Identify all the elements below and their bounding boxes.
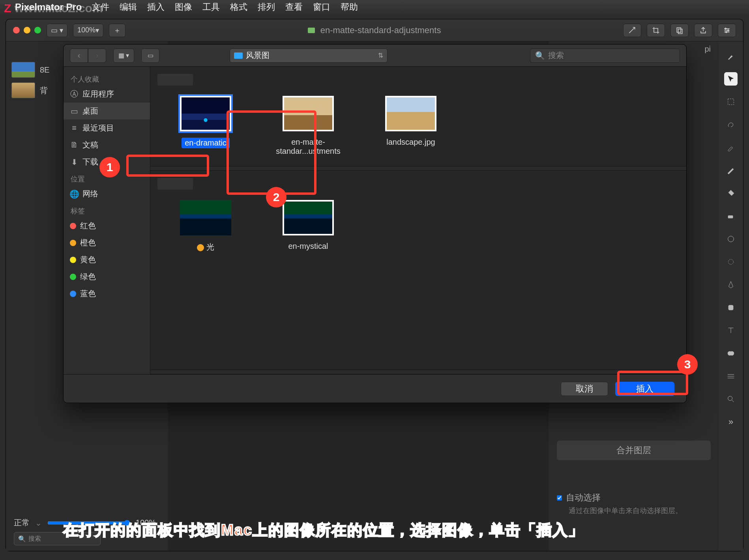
duplicate-icon[interactable] bbox=[670, 24, 689, 37]
svg-point-8 bbox=[728, 259, 734, 265]
text-tool-icon[interactable] bbox=[724, 324, 738, 337]
layer-thumb bbox=[11, 62, 35, 78]
auto-enhance-icon[interactable] bbox=[623, 24, 641, 37]
file-open-dialog: ‹ › ▦ ▾ ▭ 风景图 ⇅ 🔍 搜索 个人收藏 Ⓐ应用程序 ▭桌面 ≡最近项… bbox=[63, 44, 687, 403]
sidebar-tag-green[interactable]: 绿色 bbox=[64, 268, 150, 285]
search-placeholder: 搜索 bbox=[28, 535, 41, 543]
fullscreen-window-button[interactable] bbox=[34, 27, 41, 34]
group-button[interactable]: ▭ bbox=[141, 49, 159, 63]
svg-point-11 bbox=[730, 351, 734, 356]
sidebar-toggle-button[interactable]: ▭ ▾ bbox=[47, 24, 67, 37]
file-tile[interactable]: landscape.jpg bbox=[371, 96, 450, 156]
close-window-button[interactable] bbox=[13, 27, 20, 34]
minimize-window-button[interactable] bbox=[24, 27, 30, 34]
settings-icon[interactable] bbox=[718, 24, 736, 37]
recent-icon: ≡ bbox=[70, 124, 79, 133]
annotation-caption: 在打开的的面板中找到Mac上的图像所在的位置，选择图像，单击「插入」 bbox=[63, 520, 584, 540]
crop-icon[interactable] bbox=[647, 24, 665, 37]
sidebar-tag-red[interactable]: 红色 bbox=[64, 217, 150, 234]
svg-rect-1 bbox=[678, 29, 682, 34]
file-tile[interactable]: en-matte-standar...ustments bbox=[269, 96, 348, 156]
paint-tool-icon[interactable] bbox=[724, 164, 738, 177]
menu-view[interactable]: 查看 bbox=[285, 1, 303, 13]
sidebar-tag-blue[interactable]: 蓝色 bbox=[64, 285, 150, 302]
brush-tool-icon[interactable] bbox=[724, 49, 738, 63]
folder-path-select[interactable]: 风景图 ⇅ bbox=[230, 49, 388, 63]
doc-icon bbox=[308, 28, 315, 33]
tag-dot-icon bbox=[70, 291, 76, 297]
tag-dot-icon bbox=[70, 240, 76, 246]
menu-format[interactable]: 格式 bbox=[230, 1, 247, 13]
insert-button[interactable]: 插入 bbox=[615, 382, 674, 396]
dialog-search-input[interactable]: 🔍 搜索 bbox=[530, 49, 680, 63]
sidebar-item-applications[interactable]: Ⓐ应用程序 bbox=[64, 86, 150, 103]
sidebar-item-recent[interactable]: ≡最近项目 bbox=[64, 119, 150, 136]
menu-tools[interactable]: 工具 bbox=[202, 1, 220, 13]
effects-tool-icon[interactable] bbox=[724, 370, 738, 383]
auto-select-label: 自动选择 bbox=[566, 492, 601, 504]
pen-tool-icon[interactable] bbox=[724, 278, 738, 291]
color-tool-icon[interactable] bbox=[724, 347, 738, 360]
menu-arrange[interactable]: 排列 bbox=[258, 1, 275, 13]
shape-tool-icon[interactable] bbox=[724, 301, 738, 314]
menu-file[interactable]: 文件 bbox=[92, 1, 109, 13]
sidebar-tag-yellow[interactable]: 黄色 bbox=[64, 251, 150, 268]
sidebar-item-network[interactable]: 🌐网络 bbox=[64, 185, 150, 202]
section-favorites: 个人收藏 bbox=[64, 71, 150, 86]
menu-help[interactable]: 帮助 bbox=[341, 1, 358, 13]
menu-edit[interactable]: 编辑 bbox=[120, 1, 137, 13]
eyedropper-tool-icon[interactable] bbox=[724, 141, 738, 154]
auto-select-checkbox[interactable] bbox=[557, 495, 562, 500]
move-tool-icon[interactable] bbox=[724, 72, 738, 86]
add-button[interactable]: ＋ bbox=[109, 24, 125, 37]
warp-tool-icon[interactable] bbox=[724, 255, 738, 269]
menu-image[interactable]: 图像 bbox=[175, 1, 192, 13]
lasso-tool-icon[interactable] bbox=[724, 118, 738, 131]
tag-dot-icon bbox=[197, 244, 204, 251]
eraser-tool-icon[interactable] bbox=[724, 209, 738, 223]
section-tags: 标签 bbox=[64, 202, 150, 217]
file-tile[interactable]: 光 bbox=[166, 200, 245, 252]
tag-dot-icon bbox=[70, 257, 76, 263]
chevron-updown-icon: ⇅ bbox=[378, 52, 383, 59]
more-tools-icon[interactable]: » bbox=[724, 415, 738, 429]
fill-tool-icon[interactable] bbox=[724, 187, 738, 200]
marquee-tool-icon[interactable] bbox=[724, 95, 738, 108]
nav-back-button[interactable]: ‹ bbox=[70, 49, 88, 63]
view-mode-select[interactable]: ▦ ▾ bbox=[113, 49, 134, 63]
file-thumb bbox=[180, 96, 231, 131]
sidebar-tag-orange[interactable]: 橙色 bbox=[64, 234, 150, 251]
nav-forward-button[interactable]: › bbox=[88, 49, 106, 63]
zoom-tool-icon[interactable] bbox=[724, 392, 738, 406]
file-thumb bbox=[180, 200, 231, 235]
menu-insert[interactable]: 插入 bbox=[147, 1, 165, 13]
merge-layers-button[interactable]: 合并图层 bbox=[557, 441, 711, 460]
share-icon[interactable] bbox=[694, 24, 712, 37]
folder-name: 风景图 bbox=[246, 50, 375, 61]
window-controls bbox=[13, 27, 41, 34]
svg-rect-9 bbox=[728, 305, 734, 310]
svg-rect-5 bbox=[728, 99, 734, 105]
blend-mode-select[interactable]: 正常 bbox=[14, 517, 30, 528]
file-tile[interactable]: en-mystical bbox=[269, 200, 348, 252]
svg-point-12 bbox=[728, 396, 732, 401]
cancel-button[interactable]: 取消 bbox=[561, 382, 608, 396]
network-icon: 🌐 bbox=[70, 190, 79, 198]
menubar-app-name[interactable]: Pixelmator Pro bbox=[15, 2, 82, 13]
sidebar-item-desktop[interactable]: ▭桌面 bbox=[64, 103, 150, 119]
file-thumb bbox=[283, 96, 334, 131]
sidebar-item-downloads[interactable]: ⬇下载 bbox=[64, 153, 150, 170]
zoom-select[interactable]: 100% ▾ bbox=[73, 24, 103, 37]
layer-name: 背 bbox=[40, 85, 48, 96]
menu-window[interactable]: 窗口 bbox=[313, 1, 330, 13]
dialog-toolbar: ‹ › ▦ ▾ ▭ 风景图 ⇅ 🔍 搜索 bbox=[64, 45, 686, 67]
tag-dot-icon bbox=[70, 223, 76, 229]
heal-tool-icon[interactable] bbox=[724, 232, 738, 246]
tag-dot-icon bbox=[70, 274, 76, 280]
search-icon: 🔍 bbox=[535, 51, 545, 60]
sidebar-item-documents[interactable]: 🗎文稿 bbox=[64, 136, 150, 153]
file-thumb bbox=[385, 96, 436, 131]
file-name: landscape.jpg bbox=[386, 138, 435, 146]
desktop-icon: ▭ bbox=[70, 107, 79, 116]
file-tile[interactable]: en-dramatic bbox=[166, 96, 245, 156]
